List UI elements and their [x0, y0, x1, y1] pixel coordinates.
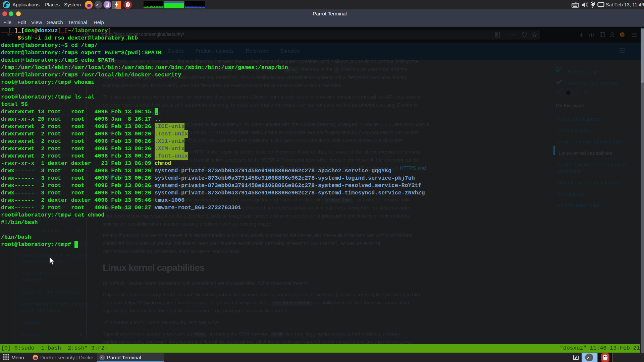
- svg-text:>_: >_: [101, 356, 104, 360]
- svg-text:z²: z²: [575, 356, 577, 359]
- svg-text:>_: >_: [96, 3, 101, 7]
- svg-text:>_: >_: [587, 356, 592, 360]
